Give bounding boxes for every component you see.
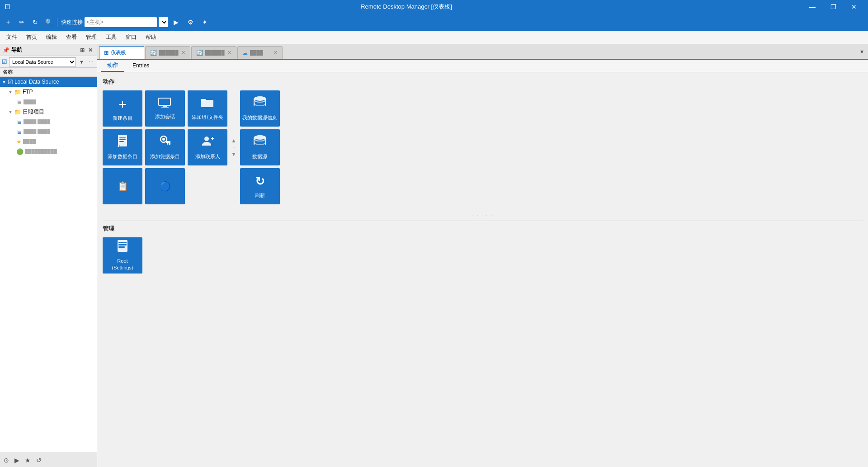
drag-handle: ⋮ xyxy=(231,146,236,149)
svg-rect-2 xyxy=(163,106,167,107)
svg-rect-28 xyxy=(118,242,127,243)
rizhao-3-label: ████ xyxy=(23,139,36,144)
refresh-button[interactable]: ↻ xyxy=(29,16,42,28)
restore-button[interactable]: ❐ xyxy=(823,0,844,14)
footer-refresh-button[interactable]: ↺ xyxy=(36,457,42,464)
svg-rect-3 xyxy=(161,107,169,108)
tree-item-rizhao-4[interactable]: 🟢 ██████████ xyxy=(0,146,97,156)
tab-2[interactable]: 🔄 ██████ ✕ xyxy=(145,46,190,59)
tree-expand-ftp[interactable]: ▼ xyxy=(8,90,13,94)
root-settings-label: Root(Settings) xyxy=(112,258,133,271)
tab-scroll-right[interactable]: ▾ xyxy=(858,46,866,57)
new-entry-icon: ＋ xyxy=(116,96,129,112)
footer-play-button[interactable]: ▶ xyxy=(14,457,19,464)
refresh-label: 刷新 xyxy=(255,192,265,198)
sidebar-close-button[interactable]: ✕ xyxy=(87,47,94,54)
connect-play-button[interactable]: ▶ xyxy=(170,16,182,28)
rizhao-1-label: ████ ████ xyxy=(24,119,50,124)
menu-tools[interactable]: 工具 xyxy=(101,32,121,43)
sidebar-header-left: 📌 导航 xyxy=(3,46,22,54)
add-session-label: 添加会话 xyxy=(155,113,175,120)
svg-rect-9 xyxy=(119,141,124,142)
new-entry-tile[interactable]: ＋ 新建条目 xyxy=(103,90,142,127)
tree-item-rizhao-3[interactable]: ★ ████ xyxy=(0,137,97,146)
title-bar-controls: — ❐ ✕ xyxy=(802,0,864,14)
scroll-up-icon[interactable]: ▲ xyxy=(231,137,236,144)
tab-3[interactable]: 🔄 ██████ ✕ xyxy=(191,46,236,59)
footer-circle-button[interactable]: ⊙ xyxy=(4,457,9,464)
right-tiles-group: 我的数据源信息 数据源 xyxy=(240,90,280,204)
tree-item-rizhao-1[interactable]: 🖥 ████ ████ xyxy=(0,117,97,127)
tab-2-close[interactable]: ✕ xyxy=(181,50,185,56)
connect-extra-button[interactable]: ✦ xyxy=(198,16,211,28)
subtab-actions[interactable]: 动作 xyxy=(101,60,124,72)
tree-item-rizhao[interactable]: ▼ 📁 日照项目 xyxy=(0,107,97,117)
more-tile-1[interactable]: 📋 xyxy=(103,168,142,204)
title-bar-left: 🖥 xyxy=(4,3,11,11)
sidebar-pin-button[interactable]: ⊞ xyxy=(79,47,86,54)
tree-expand-rizhao[interactable]: ▼ xyxy=(8,109,13,114)
footer-star-button[interactable]: ★ xyxy=(25,457,31,464)
add-session-tile[interactable]: 添加会话 xyxy=(145,90,185,127)
tab-3-close[interactable]: ✕ xyxy=(227,50,231,56)
add-contact-label: 添加联系人 xyxy=(195,153,220,160)
search-button[interactable]: 🔍 xyxy=(42,16,55,28)
more-tile-2[interactable]: 🔵 xyxy=(145,168,185,204)
svg-rect-16 xyxy=(169,141,170,145)
menu-view[interactable]: 查看 xyxy=(61,32,81,43)
tab-4-close[interactable]: ✕ xyxy=(274,50,278,56)
close-button[interactable]: ✕ xyxy=(844,0,864,14)
tab-2-label: ██████ xyxy=(159,50,179,55)
add-data-entry-tile[interactable]: 添加数据条目 xyxy=(103,129,142,165)
subtab-entries[interactable]: Entries xyxy=(126,61,156,71)
ftp-folder-icon: 📁 xyxy=(14,89,21,95)
menu-home[interactable]: 首页 xyxy=(22,32,42,43)
add-credential-label: 添加凭据条目 xyxy=(150,153,180,160)
scroll-down-icon[interactable]: ▼ xyxy=(231,151,236,157)
datasource-selector[interactable]: Local Data Source xyxy=(9,57,76,66)
title-bar: 🖥 Remote Desktop Manager [仪表板] — ❐ ✕ xyxy=(0,0,868,14)
menu-help[interactable]: 帮助 xyxy=(141,32,161,43)
tab-4[interactable]: ☁ ████ ✕ xyxy=(237,46,283,59)
tree-item-rizhao-2[interactable]: 🖥 ████ ████ xyxy=(0,127,97,137)
tab-dashboard[interactable]: ⊞ 仪表板 xyxy=(99,46,144,59)
host-input[interactable] xyxy=(85,17,157,27)
tab-bar: ⊞ 仪表板 🔄 ██████ ✕ 🔄 ██████ ✕ ☁ ████ ✕ ▾ xyxy=(97,44,868,60)
new-entry-label: 新建条目 xyxy=(113,115,132,121)
refresh-tile[interactable]: ↻ 刷新 xyxy=(240,168,280,204)
add-group-tile[interactable]: 添加组/文件夹 xyxy=(188,90,227,127)
tab-4-label: ████ xyxy=(250,50,263,55)
my-datasource-label: 我的数据源信息 xyxy=(242,114,277,121)
minimize-button[interactable]: — xyxy=(802,0,823,14)
add-data-entry-icon xyxy=(117,135,128,151)
menu-manage[interactable]: 管理 xyxy=(81,32,101,43)
tab-3-label: ██████ xyxy=(205,50,225,55)
datasource-more-button[interactable]: ⋯ xyxy=(87,58,95,66)
connect-dropdown[interactable] xyxy=(159,17,168,27)
ftp-sub-label: ████ xyxy=(24,99,36,104)
svg-rect-8 xyxy=(119,139,126,140)
root-settings-tile[interactable]: Root(Settings) xyxy=(103,237,142,274)
my-datasource-tile[interactable]: 我的数据源信息 xyxy=(240,90,280,127)
menu-window[interactable]: 窗口 xyxy=(121,32,141,43)
sidebar-header-controls: ⊞ ✕ xyxy=(79,47,94,54)
add-contact-tile[interactable]: 添加联系人 xyxy=(188,129,227,165)
tree-item-ftp[interactable]: ▼ 📁 FTP xyxy=(0,87,97,97)
tree-expand-root[interactable]: ▼ xyxy=(2,80,6,85)
tree-item-root[interactable]: ▼ ☑ Local Data Source xyxy=(0,77,97,87)
root-label: Local Data Source xyxy=(14,79,59,85)
actions-tiles-grid: ＋ 新建条目 添加会话 xyxy=(103,90,227,204)
add-session-icon xyxy=(158,97,172,111)
edit-button[interactable]: ✏ xyxy=(15,16,28,28)
sidebar-title: 导航 xyxy=(11,46,22,54)
connect-config-button[interactable]: ⚙ xyxy=(184,16,197,28)
tab-4-icon: ☁ xyxy=(242,50,248,56)
new-button[interactable]: ＋ xyxy=(2,16,14,28)
menu-edit[interactable]: 编辑 xyxy=(42,32,61,43)
add-credential-tile[interactable]: 添加凭据条目 xyxy=(145,129,185,165)
tree-item-ftp-sub[interactable]: 🖥 ████ xyxy=(0,97,97,107)
menu-file[interactable]: 文件 xyxy=(2,32,22,43)
datasource-dropdown-button[interactable]: ▼ xyxy=(78,58,85,66)
datasource-tile[interactable]: 数据源 xyxy=(240,129,280,165)
tree-view[interactable]: ▼ ☑ Local Data Source ▼ 📁 FTP 🖥 ████ ▼ 📁… xyxy=(0,77,97,453)
